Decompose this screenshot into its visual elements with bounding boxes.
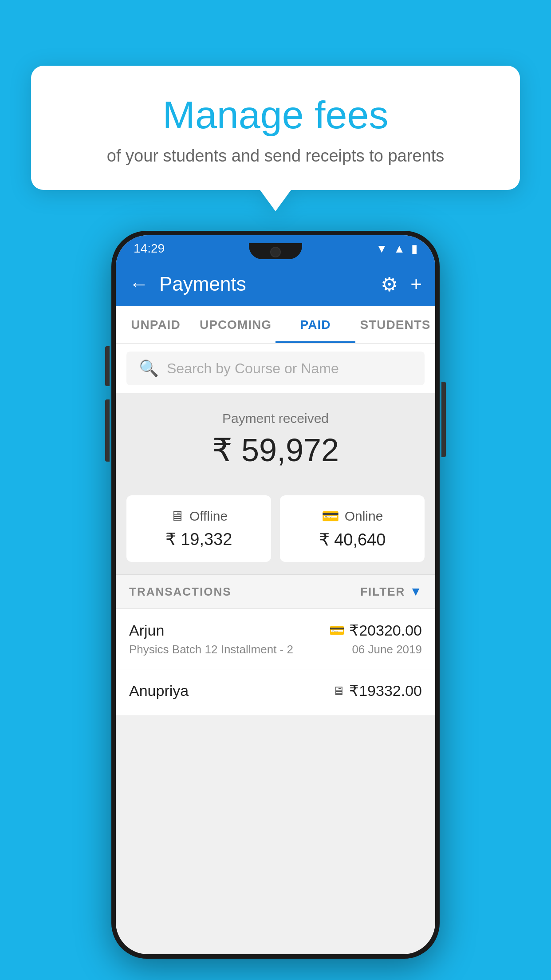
card-payment-icon: 💳 xyxy=(329,623,345,638)
offline-label: Offline xyxy=(189,509,228,524)
status-time: 14:29 xyxy=(134,241,165,256)
phone-screen: 14:29 ▼ ▲ ▮ ← Payments ⚙ + UNPAID UPCOMI… xyxy=(116,235,435,954)
payment-amount: ₹ 59,972 xyxy=(129,431,422,469)
phone-camera xyxy=(270,247,281,257)
phone-side-btn-volume-down xyxy=(105,399,110,462)
add-button[interactable]: + xyxy=(410,273,422,295)
filter-label: FILTER xyxy=(360,585,405,599)
transaction-name: Arjun xyxy=(129,622,164,639)
transaction-name-2: Anupriya xyxy=(129,682,189,699)
transactions-label: TRANSACTIONS xyxy=(129,585,232,599)
offline-card-header: 🖥 Offline xyxy=(137,508,260,524)
phone-frame: 14:29 ▼ ▲ ▮ ← Payments ⚙ + UNPAID UPCOMI… xyxy=(111,231,440,959)
transaction-amount-wrap-2: 🖥 ₹19332.00 xyxy=(332,682,422,699)
tab-unpaid[interactable]: UNPAID xyxy=(116,306,196,343)
filter-button[interactable]: FILTER ▼ xyxy=(360,585,422,599)
payment-cards: 🖥 Offline ₹ 19,332 💳 Online ₹ 40,640 xyxy=(116,485,435,574)
phone-side-btn-volume-up xyxy=(105,346,110,386)
bubble-title: Manage fees xyxy=(53,92,498,138)
bubble-subtitle: of your students and send receipts to pa… xyxy=(53,146,498,166)
back-button[interactable]: ← xyxy=(129,273,149,295)
transaction-amount-2: ₹19332.00 xyxy=(349,682,422,699)
transaction-row[interactable]: Arjun 💳 ₹20320.00 Physics Batch 12 Insta… xyxy=(116,609,435,669)
transaction-amount-wrap: 💳 ₹20320.00 xyxy=(329,621,422,639)
status-icons: ▼ ▲ ▮ xyxy=(376,242,417,256)
online-card-header: 💳 Online xyxy=(291,508,414,525)
filter-icon: ▼ xyxy=(409,585,422,599)
transaction-amount: ₹20320.00 xyxy=(349,621,422,639)
settings-icon[interactable]: ⚙ xyxy=(381,273,398,296)
battery-icon: ▮ xyxy=(411,242,417,256)
transaction-date: 06 June 2019 xyxy=(352,643,422,656)
cash-payment-icon: 🖥 xyxy=(332,684,345,698)
payment-received-section: Payment received ₹ 59,972 xyxy=(116,393,435,485)
transactions-header: TRANSACTIONS FILTER ▼ xyxy=(116,574,435,609)
tab-upcoming[interactable]: UPCOMING xyxy=(196,306,276,343)
transaction-top-2: Anupriya 🖥 ₹19332.00 xyxy=(129,682,422,699)
online-label: Online xyxy=(345,509,383,524)
tab-paid[interactable]: PAID xyxy=(276,306,355,343)
wifi-icon: ▼ xyxy=(376,242,388,256)
search-input[interactable]: Search by Course or Name xyxy=(167,360,339,377)
search-bar-container: 🔍 Search by Course or Name xyxy=(116,344,435,393)
offline-amount: ₹ 19,332 xyxy=(137,530,260,549)
app-bar: ← Payments ⚙ + xyxy=(116,262,435,306)
transaction-course: Physics Batch 12 Installment - 2 xyxy=(129,643,293,656)
online-amount: ₹ 40,640 xyxy=(291,530,414,549)
offline-icon: 🖥 xyxy=(170,508,184,524)
offline-payment-card: 🖥 Offline ₹ 19,332 xyxy=(126,495,271,562)
app-title: Payments xyxy=(159,273,370,295)
payment-received-label: Payment received xyxy=(129,411,422,426)
transaction-top: Arjun 💳 ₹20320.00 xyxy=(129,621,422,639)
search-bar[interactable]: 🔍 Search by Course or Name xyxy=(126,352,425,385)
phone-notch xyxy=(249,243,302,259)
speech-bubble: Manage fees of your students and send re… xyxy=(31,66,520,190)
tabs-bar: UNPAID UPCOMING PAID STUDENTS xyxy=(116,306,435,344)
tab-students[interactable]: STUDENTS xyxy=(355,306,435,343)
online-icon: 💳 xyxy=(322,508,339,525)
transaction-row-2[interactable]: Anupriya 🖥 ₹19332.00 xyxy=(116,669,435,716)
signal-icon: ▲ xyxy=(394,242,405,256)
search-icon: 🔍 xyxy=(139,359,159,378)
transaction-bottom: Physics Batch 12 Installment - 2 06 June… xyxy=(129,643,422,656)
app-bar-actions: ⚙ + xyxy=(381,273,422,296)
online-payment-card: 💳 Online ₹ 40,640 xyxy=(280,495,425,562)
phone-side-btn-power xyxy=(441,382,446,457)
